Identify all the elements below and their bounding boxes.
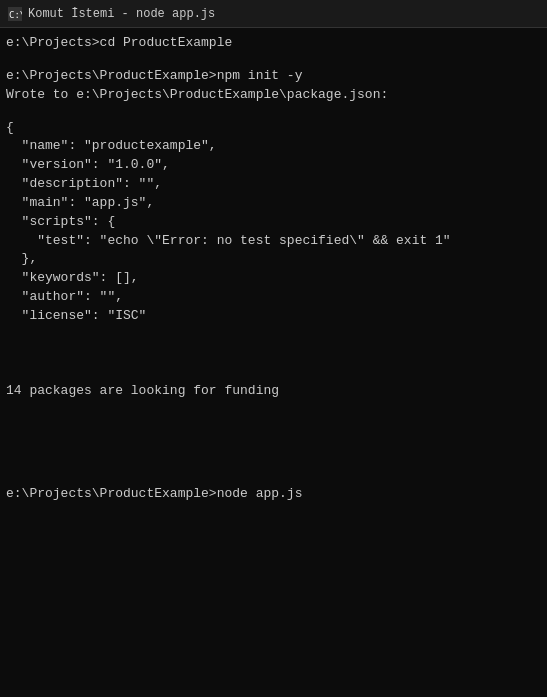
cmd-icon: C:\ bbox=[8, 7, 22, 21]
cmd-line-12: "keywords": [], bbox=[6, 269, 541, 288]
cmd-line-20: e:\Projects\ProductExample>node app.js bbox=[6, 485, 541, 504]
spacer-6 bbox=[6, 368, 541, 382]
cmd-line-9: "scripts": { bbox=[6, 213, 541, 232]
cmd-line-11: }, bbox=[6, 250, 541, 269]
cmd-line-8: "main": "app.js", bbox=[6, 194, 541, 213]
cmd-line-18: 14 packages are looking for funding bbox=[6, 382, 541, 401]
cmd-line-6: "version": "1.0.0", bbox=[6, 156, 541, 175]
title-bar: C:\ Komut İstemi - node app.js bbox=[0, 0, 547, 28]
cmd-line-3: Wrote to e:\Projects\ProductExample\pack… bbox=[6, 86, 541, 105]
found-line bbox=[6, 415, 541, 472]
spacer-3 bbox=[6, 326, 541, 340]
cmd-line-2: e:\Projects\ProductExample>npm init -y bbox=[6, 67, 541, 86]
cmd-line-5: "name": "productexample", bbox=[6, 137, 541, 156]
title-bar-text: Komut İstemi - node app.js bbox=[28, 7, 215, 21]
terminal-body: e:\Projects>cd ProductExample e:\Project… bbox=[0, 28, 547, 697]
cmd-line-14: "license": "ISC" bbox=[6, 307, 541, 326]
cmd-line-10: "test": "echo \"Error: no test specified… bbox=[6, 232, 541, 251]
spacer-5 bbox=[6, 354, 541, 368]
spacer-4 bbox=[6, 340, 541, 354]
spacer-1 bbox=[6, 53, 541, 67]
cmd-line-7: "description": "", bbox=[6, 175, 541, 194]
spacer-2 bbox=[6, 105, 541, 119]
cmd-line-1: e:\Projects>cd ProductExample bbox=[6, 34, 541, 53]
svg-text:C:\: C:\ bbox=[9, 10, 22, 20]
cmd-line-13: "author": "", bbox=[6, 288, 541, 307]
spacer-8 bbox=[6, 471, 541, 485]
cmd-line-4: { bbox=[6, 119, 541, 138]
spacer-7 bbox=[6, 401, 541, 415]
